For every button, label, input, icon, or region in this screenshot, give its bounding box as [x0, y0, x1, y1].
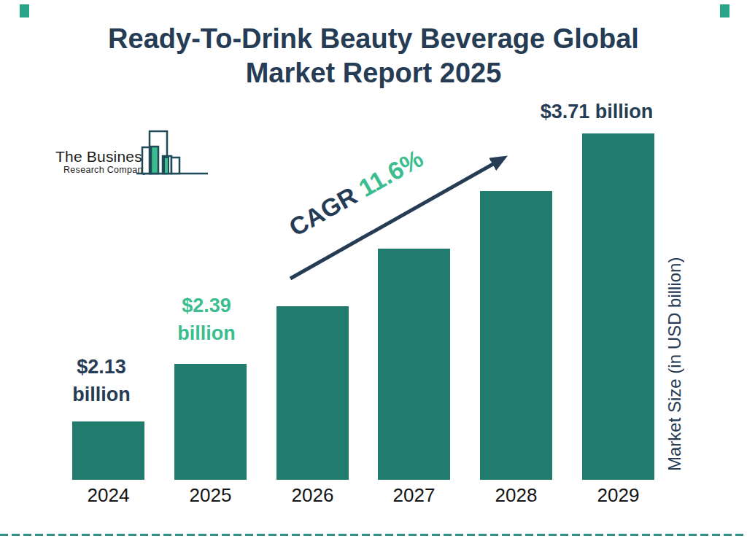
value-label-2025: $2.39billion: [177, 292, 235, 347]
value-label-line: $3.71 billion: [541, 98, 654, 125]
page-title-line2: Market Report 2025: [0, 56, 747, 90]
x-axis-label-2026: 2026: [292, 484, 334, 507]
page-title: Ready-To-Drink Beauty Beverage Global Ma…: [0, 22, 747, 90]
bar-2026: [276, 306, 349, 480]
bar-2024: [72, 421, 144, 480]
x-axis-label-2028: 2028: [495, 484, 538, 507]
company-logo: The Business Research Company: [44, 124, 219, 186]
x-axis-label-2029: 2029: [597, 484, 640, 507]
bar-2029: [582, 133, 654, 480]
value-label-line: billion: [177, 319, 235, 347]
x-axis-label-2027: 2027: [393, 484, 436, 507]
y-axis-label: Market Size (in USD billion): [660, 254, 689, 474]
corner-accent-right: [720, 4, 729, 18]
page-title-line1: Ready-To-Drink Beauty Beverage Global: [0, 22, 747, 56]
value-label-line: billion: [72, 381, 130, 408]
x-axis-label-2025: 2025: [190, 484, 232, 507]
infographic: Ready-To-Drink Beauty Beverage Global Ma…: [0, 0, 747, 560]
value-label-line: $2.13: [72, 353, 130, 381]
value-label-2029: $3.71 billion: [541, 98, 654, 125]
x-axis-label-2024: 2024: [88, 484, 130, 507]
corner-accent-left: [20, 4, 29, 18]
bar-chart-logo-icon: [119, 129, 214, 177]
value-label-2024: $2.13billion: [72, 353, 130, 408]
value-label-line: $2.39: [177, 292, 235, 319]
bottom-dashed-divider: [0, 534, 747, 536]
bar-2025: [174, 364, 247, 480]
